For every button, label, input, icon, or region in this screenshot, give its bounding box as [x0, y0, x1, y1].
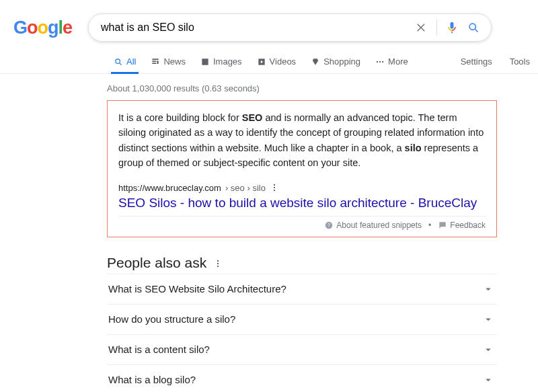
chevron-down-icon: [482, 313, 494, 325]
feedback-link[interactable]: Feedback: [438, 221, 486, 230]
tab-all[interactable]: All: [107, 50, 143, 73]
paa-question: How do you structure a silo?: [108, 313, 235, 325]
tab-label: Images: [213, 56, 242, 67]
tab-bar: All News Images Videos Shopping More Set…: [0, 46, 538, 74]
svg-point-8: [217, 260, 219, 262]
paa-item[interactable]: What is a content silo?: [107, 334, 497, 364]
svg-point-9: [217, 263, 219, 264]
more-icon[interactable]: [270, 183, 279, 192]
separator: •: [428, 221, 431, 230]
tab-label: More: [388, 56, 408, 67]
chevron-down-icon: [482, 344, 494, 356]
tab-label: Videos: [270, 56, 297, 67]
svg-point-4: [274, 187, 275, 188]
tab-more[interactable]: More: [369, 50, 415, 73]
separator: [436, 19, 437, 36]
clear-icon[interactable]: [415, 21, 428, 34]
feedback-icon: [438, 221, 447, 230]
svg-point-1: [379, 61, 381, 62]
paa-heading: People also ask: [107, 255, 497, 271]
videos-icon: [257, 57, 266, 67]
more-icon: [375, 57, 385, 67]
search-icon[interactable]: [467, 21, 480, 34]
snippet-text: It is a core building block for SEO and …: [118, 110, 486, 171]
svg-point-5: [274, 190, 275, 191]
settings-link[interactable]: Settings: [453, 50, 500, 73]
tab-images[interactable]: Images: [194, 50, 249, 73]
search-bar[interactable]: [88, 13, 492, 42]
paa-item[interactable]: What is SEO Website Silo Architecture?: [107, 274, 497, 304]
more-icon[interactable]: [213, 258, 223, 268]
chevron-down-icon: [482, 374, 494, 386]
paa-question: What is a blog silo?: [108, 374, 196, 385]
images-icon: [200, 57, 210, 67]
paa-question: What is SEO Website Silo Architecture?: [108, 283, 286, 295]
svg-point-3: [274, 184, 275, 186]
tab-label: Shopping: [323, 56, 360, 67]
news-icon: [151, 57, 160, 67]
tab-label: News: [163, 56, 186, 67]
result-stats: About 1,030,000 results (0.63 seconds): [107, 83, 496, 93]
google-logo[interactable]: Google: [13, 17, 72, 38]
tab-news[interactable]: News: [144, 50, 192, 73]
svg-point-2: [382, 61, 383, 62]
paa-question: What is a content silo?: [108, 344, 210, 355]
mic-icon[interactable]: [445, 21, 459, 34]
result-title-link[interactable]: SEO Silos - how to build a website silo …: [118, 196, 486, 210]
tab-shopping[interactable]: Shopping: [304, 50, 367, 73]
shopping-icon: [311, 57, 320, 67]
search-input[interactable]: [101, 22, 415, 34]
paa-item[interactable]: What is a blog silo?: [107, 364, 497, 392]
paa-item[interactable]: How do you structure a silo?: [107, 304, 497, 334]
tab-label: All: [126, 56, 136, 67]
people-also-ask: People also ask What is SEO Website Silo…: [107, 255, 497, 392]
help-icon: ?: [324, 221, 334, 230]
svg-point-0: [377, 61, 378, 62]
tab-videos[interactable]: Videos: [250, 50, 303, 73]
result-cite: https://www.bruceclay.com › seo › silo: [118, 183, 486, 193]
tools-link[interactable]: Tools: [502, 50, 538, 73]
svg-point-10: [217, 266, 219, 267]
search-icon: [114, 57, 123, 67]
svg-text:?: ?: [328, 223, 330, 227]
chevron-down-icon: [482, 283, 494, 295]
about-snippets-link[interactable]: ? About featured snippets: [324, 221, 422, 230]
featured-snippet: It is a core building block for SEO and …: [107, 100, 497, 237]
